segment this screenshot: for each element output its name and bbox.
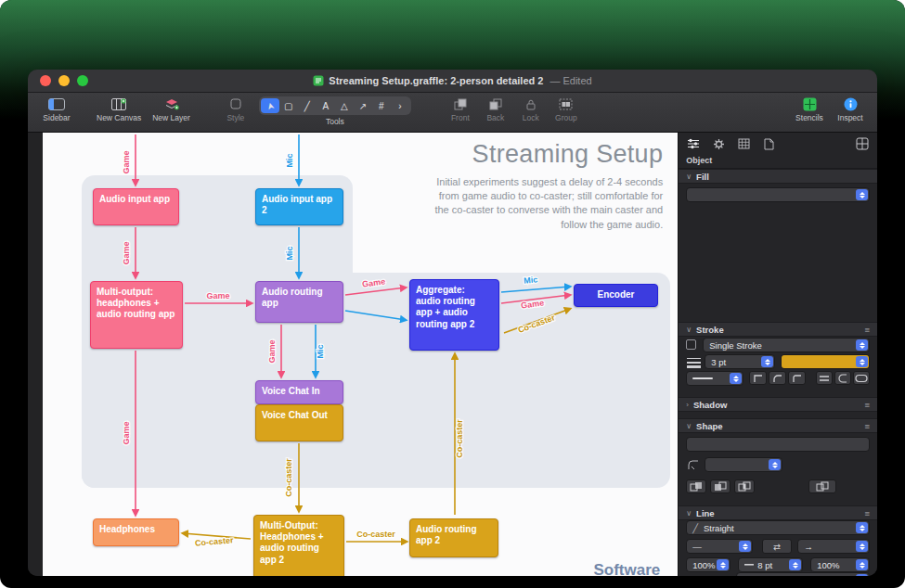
shape-uncombine-button[interactable] — [808, 479, 836, 493]
stepper-icon[interactable] — [769, 459, 781, 470]
diagram-node-audio-routing-app-2[interactable]: Audio routing app 2 — [409, 518, 498, 557]
diagram-node-voice-chat-out[interactable]: Voice Chat Out — [255, 404, 343, 441]
corner-sharp-button[interactable] — [749, 371, 767, 385]
tab-properties-inspector[interactable] — [711, 136, 726, 151]
diagram-node-voice-chat-in[interactable]: Voice Chat In — [255, 380, 343, 404]
shape-section-header[interactable]: ∨ Shape ≡ — [679, 418, 877, 433]
stepper-icon[interactable] — [761, 356, 773, 367]
corner-radius-stepper[interactable] — [705, 457, 782, 472]
line-end-arrowhead-select[interactable]: → — [797, 539, 870, 554]
swap-arrowheads-button[interactable]: ⇄ — [762, 539, 792, 554]
line-start-arrowhead-select[interactable]: — — [686, 539, 753, 554]
drawing-canvas[interactable]: Streaming Setup Initial experiments sugg… — [43, 133, 678, 576]
end-scale-stepper[interactable]: 100% — [810, 557, 870, 572]
diagram-node-multi-output-headphones[interactable]: Multi-output:headphones + audio routing … — [90, 281, 183, 349]
stepper-icon[interactable] — [789, 559, 801, 570]
shape-picker-field[interactable] — [686, 437, 870, 452]
toolbar-group-button[interactable]: Group — [552, 96, 580, 122]
toolbar-stencils-button[interactable]: Stencils — [795, 96, 823, 122]
close-window-button[interactable] — [40, 75, 51, 86]
toolbar-inspect-button[interactable]: Inspect — [836, 96, 864, 122]
line-hops-select[interactable]: Leave gaps under — [736, 572, 870, 576]
tool-line[interactable]: ╱ — [298, 98, 317, 113]
document-proxy-icon[interactable] — [313, 73, 324, 88]
toolbar-label-style: Style — [226, 113, 244, 122]
stepper-icon[interactable] — [856, 559, 868, 570]
toolbar-sidebar-button[interactable]: Sidebar — [43, 96, 71, 122]
tab-document-inspector[interactable] — [761, 136, 776, 151]
diagram-edge-mic[interactable] — [345, 311, 406, 320]
stepper-icon[interactable] — [856, 522, 868, 533]
diagram-node-multi-output-2[interactable]: Multi-Output:Headphones + audio routing … — [253, 515, 344, 576]
stepper-icon[interactable] — [739, 541, 751, 552]
edge-label: Game — [122, 150, 131, 173]
shadow-section-header[interactable]: › Shadow ≡ — [679, 397, 877, 412]
diagram-node-audio-input-app[interactable]: Audio input app — [93, 188, 179, 225]
diagram-node-audio-routing-app[interactable]: Audio routing app — [255, 281, 343, 323]
section-menu-icon[interactable]: ≡ — [864, 421, 870, 431]
shape-intersect-button[interactable] — [734, 479, 755, 493]
stepper-icon[interactable] — [856, 356, 868, 367]
stroke-section-header[interactable]: ∨ Stroke ≡ — [679, 322, 877, 337]
toolbar-label-group: Group — [555, 113, 577, 122]
toolbar-new-canvas-button[interactable]: New Canvas — [97, 96, 141, 122]
tab-canvas-inspector[interactable] — [736, 136, 751, 151]
new-canvas-icon — [111, 96, 126, 111]
half-capsule-button[interactable] — [834, 371, 851, 385]
fill-section-header[interactable]: ∨ Fill — [679, 169, 877, 184]
stepper-icon[interactable] — [856, 189, 868, 200]
section-menu-icon[interactable]: ≡ — [864, 508, 870, 518]
tool-connect[interactable]: ↗ — [354, 98, 372, 113]
tool-table[interactable]: # — [372, 98, 391, 113]
line-section-header[interactable]: ∨ Line ≡ — [679, 505, 877, 520]
tool-shape[interactable]: ▢ — [279, 98, 298, 113]
tools-overflow[interactable]: › — [391, 98, 409, 113]
zoom-window-button[interactable] — [77, 75, 88, 86]
section-menu-icon[interactable]: ≡ — [864, 400, 870, 410]
toolbar-lock-button[interactable]: Lock — [517, 96, 545, 122]
diagram-node-encoder[interactable]: Encoder — [574, 284, 658, 307]
start-scale-value: 100% — [692, 560, 715, 570]
line-width-stepper[interactable]: 8 pt — [738, 557, 803, 572]
stroke-type-select[interactable]: Single Stroke — [703, 338, 870, 352]
stepper-icon[interactable] — [856, 339, 868, 351]
inspector-grid-icon[interactable] — [855, 136, 870, 151]
double-line-button[interactable] — [816, 371, 833, 385]
tool-selection[interactable]: ➤ — [261, 98, 279, 113]
stroke-enabled-checkbox[interactable] — [686, 339, 696, 350]
edge-label: Co-caster — [356, 530, 395, 539]
diagram-node-audio-input-app-2[interactable]: Audio input app 2 — [255, 188, 343, 225]
stepper-icon[interactable] — [856, 541, 868, 552]
toolbar-back-button[interactable]: Back — [482, 96, 510, 122]
shape-subtract-button[interactable] — [710, 479, 730, 493]
stroke-width-stepper[interactable]: 3 pt — [705, 354, 775, 369]
diagram-edge-Game[interactable] — [345, 288, 406, 295]
fill-type-select[interactable] — [686, 187, 870, 202]
stadium-button[interactable] — [853, 371, 870, 385]
stepper-icon[interactable] — [730, 373, 742, 384]
toolbar-new-layer-button[interactable]: New Layer — [152, 96, 190, 122]
table-tool-icon: # — [379, 101, 384, 111]
tab-object-inspector[interactable] — [686, 136, 701, 151]
section-menu-icon[interactable]: ≡ — [864, 325, 870, 335]
stroke-color-well[interactable] — [781, 354, 870, 369]
tool-shapes[interactable]: △ — [335, 98, 354, 113]
stepper-icon[interactable] — [717, 559, 729, 570]
shape-union-button[interactable] — [686, 479, 706, 493]
stroke-dash-select[interactable] — [686, 371, 743, 386]
text-tool-icon: A — [322, 101, 329, 111]
diagram-node-aggregate[interactable]: Aggregate:audio routing app + audio rout… — [409, 279, 499, 351]
tool-text[interactable]: A — [317, 98, 335, 113]
toolbar-style-button[interactable]: Style — [222, 96, 250, 122]
corner-rounded-button[interactable] — [769, 371, 786, 385]
corner-small-radius-button[interactable] — [788, 371, 806, 385]
start-scale-stepper[interactable]: 100% — [686, 557, 730, 572]
diagram-edge-Mic[interactable] — [501, 287, 570, 292]
lock-icon — [525, 96, 537, 111]
stepper-icon[interactable] — [856, 574, 868, 576]
line-type-select[interactable]: ╱ Straight — [686, 520, 870, 535]
diagram-node-headphones[interactable]: Headphones — [93, 518, 179, 546]
toolbar-front-button[interactable]: Front — [446, 96, 474, 122]
stroke-width-value: 3 pt — [711, 357, 726, 367]
minimize-window-button[interactable] — [58, 75, 70, 86]
